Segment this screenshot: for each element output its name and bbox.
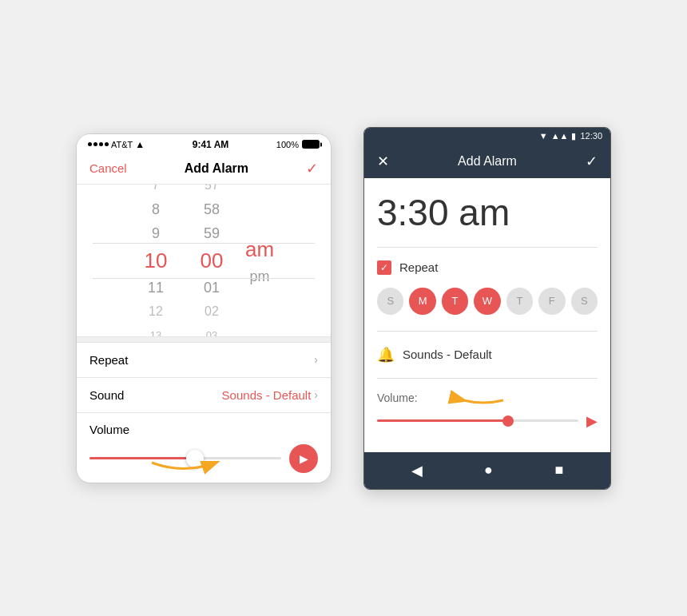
section-divider [377,378,598,379]
volume-label: Volume [89,423,318,436]
day-tuesday[interactable]: T [442,288,468,315]
back-button[interactable]: ◀ [411,462,423,479]
volume-slider-thumb[interactable] [186,450,204,467]
volume-slider-track[interactable] [377,419,578,422]
sound-value-area: Sounds - Default › [222,388,318,402]
confirm-button[interactable]: ✓ [306,160,318,177]
volume-label: Volume: [377,391,598,404]
repeat-label: Repeat [89,353,128,367]
hour-item: 11 [128,276,184,299]
wifi-icon: ▲ [135,139,145,150]
day-friday[interactable]: F [538,288,565,315]
ios-carrier: AT&T ▲ [88,139,145,150]
bell-icon: 🔔 [377,346,395,364]
signal-icon: ▼ [539,131,548,141]
status-time: 9:41 AM [193,139,229,150]
volume-slider-fill [377,419,508,422]
volume-slider-row: ▶ [89,444,318,473]
section-divider [377,331,598,332]
android-time-display: 3:30 am [377,191,598,234]
section-divider [77,336,331,343]
hour-item: 7 [128,185,184,197]
sound-value: Sounds - Default [403,348,492,361]
ios-navbar: Cancel Add Alarm ✓ [77,153,331,185]
minute-item: 58 [184,198,240,221]
minute-item: 03 [184,324,240,336]
section-divider [377,247,598,248]
battery-percent: 100% [276,140,299,149]
minute-item: 02 [184,300,240,323]
hour-item: 12 [128,300,184,323]
ampm-selected: am [240,235,280,264]
android-bottom-bar: ◀ ● ■ [364,452,610,489]
minute-picker-col[interactable]: 57 58 59 00 01 02 03 [184,185,240,336]
time-picker[interactable]: 7 8 9 10 11 12 13 57 58 59 00 01 02 03 [77,185,331,336]
volume-play-button[interactable]: ▶ [289,444,318,473]
android-screen-title: Add Alarm [458,154,517,169]
sound-value: Sounds - Default [222,388,312,402]
android-content: 3:30 am ✓ Repeat S M T W T F S 🔔 Sou [364,178,610,452]
volume-section: Volume ▶ [77,413,331,483]
sound-chevron: › [314,388,318,401]
minute-item: 57 [184,185,240,197]
repeat-row[interactable]: Repeat › [77,343,331,378]
battery-icon [302,140,320,149]
day-monday[interactable]: M [409,288,435,315]
volume-slider-row: ▶ [377,412,598,430]
ios-phone: AT&T ▲ 9:41 AM 100% Cancel Add Alarm ✓ 7… [76,133,332,483]
network-icon: ▲▲ [551,131,569,141]
signal-dots [88,142,109,146]
recents-button[interactable]: ■ [554,462,563,479]
repeat-row[interactable]: ✓ Repeat [377,254,598,281]
volume-slider-thumb[interactable] [502,415,514,427]
day-saturday[interactable]: S [571,288,598,315]
ampm-item: pm [240,265,280,288]
volume-section: Volume: ▶ [377,385,598,439]
hour-item: 8 [128,198,184,221]
minute-item: 59 [184,222,240,244]
hour-picker-col[interactable]: 7 8 9 10 11 12 13 [128,185,184,336]
hour-item: 13 [128,324,184,336]
carrier-name: AT&T [111,140,133,149]
android-status-bar: ▼ ▲▲ ▮ 12:30 [364,128,610,145]
close-button[interactable]: ✕ [377,153,389,170]
cancel-button[interactable]: Cancel [89,161,127,175]
android-status-time: 12:30 [580,131,602,141]
volume-slider-track[interactable] [89,457,281,459]
sound-row[interactable]: Sound Sounds - Default › [77,378,331,413]
battery-area: 100% [276,140,320,149]
repeat-label: Repeat [399,260,438,274]
minute-selected: 00 [184,246,240,275]
confirm-button[interactable]: ✓ [586,153,598,170]
days-row: S M T W T F S [377,281,598,324]
hour-selected: 10 [128,246,184,275]
ios-screen-title: Add Alarm [185,161,248,176]
volume-play-button[interactable]: ▶ [586,412,598,430]
picker-bottom-line [93,278,315,279]
ampm-picker-col[interactable]: am pm [240,230,280,291]
android-phone: ▼ ▲▲ ▮ 12:30 ✕ Add Alarm ✓ 3:30 am ✓ Rep… [363,127,611,490]
android-navbar: ✕ Add Alarm ✓ [364,145,610,178]
ios-status-bar: AT&T ▲ 9:41 AM 100% [77,134,331,153]
day-thursday[interactable]: T [506,288,533,315]
home-button[interactable]: ● [484,462,493,479]
hour-item: 9 [128,222,184,244]
battery-icon: ▮ [571,131,576,141]
android-status-icons: ▼ ▲▲ ▮ [539,131,577,141]
repeat-chevron: › [314,353,318,366]
day-sunday[interactable]: S [377,288,403,315]
repeat-checkbox[interactable]: ✓ [377,260,391,275]
sound-row[interactable]: 🔔 Sounds - Default [377,338,598,372]
day-wednesday[interactable]: W [474,288,500,315]
volume-slider-fill [89,457,195,459]
picker-top-line [93,243,315,244]
minute-item: 01 [184,276,240,299]
sound-label: Sound [89,388,124,402]
